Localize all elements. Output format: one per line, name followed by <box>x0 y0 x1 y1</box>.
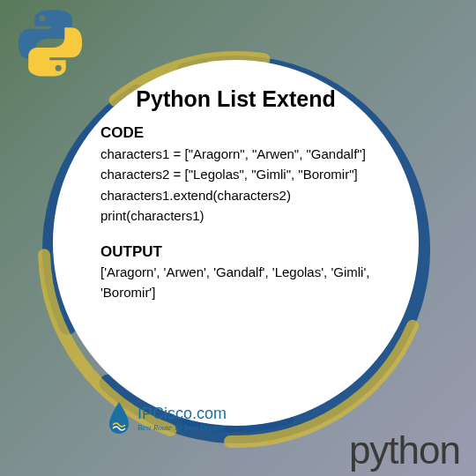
ipcisco-tagline: Best Route To Your Dreams <box>138 423 227 432</box>
output-label: OUTPUT <box>100 243 394 261</box>
python-logo-icon <box>16 9 85 78</box>
water-drop-icon <box>106 400 132 435</box>
python-wordmark: python <box>349 428 460 472</box>
code-label: CODE <box>100 124 394 142</box>
code-block: characters1 = ["Aragorn", "Arwen", "Gand… <box>100 144 394 226</box>
ipcisco-text: IPCisco.com Best Route To Your Dreams <box>138 405 227 432</box>
page-title: Python List Extend <box>78 86 394 112</box>
ipcisco-brand: IPCisco.com Best Route To Your Dreams <box>106 400 227 435</box>
output-block: ['Aragorn', 'Arwen', 'Gandalf', 'Legolas… <box>100 263 394 302</box>
content-circle: Python List Extend CODE characters1 = ["… <box>53 60 419 426</box>
ipcisco-name: IPCisco.com <box>138 405 227 423</box>
